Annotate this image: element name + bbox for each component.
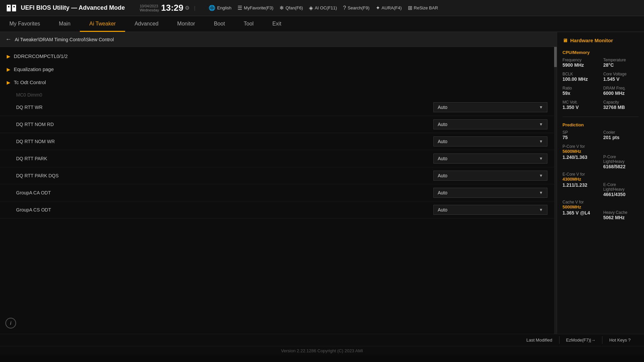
hotkeys-button[interactable]: Hot Keys ? [602,336,637,344]
header-tools: 🌐 English ☰ MyFavorite(F3) ❄ Qfan(F6) ◈ … [209,5,639,11]
asus-logo-icon [5,2,17,14]
header-top: UEFI BIOS Utility — Advanced Mode 10/04/… [0,0,644,16]
dram-freq-value: 6000 MHz [603,90,639,96]
dq-rtt-nom-rd-dropdown[interactable]: Auto ▼ [433,119,547,129]
dq-rtt-park-dropdown[interactable]: Auto ▼ [433,154,547,164]
info-icon: i [10,320,11,326]
tool-resizebar[interactable]: ⊞ ReSize BAR [408,5,438,11]
myfavorite-label: MyFavorite(F3) [244,5,273,10]
aura-label: AURA(F4) [382,5,402,10]
mc0-header-label: MC0 Dimm0 [16,92,42,98]
pcore-lh-group: P-Core Light/Heavy 6168/5822 [603,155,639,169]
setting-row-dq-rtt-wr: DQ RTT WR Auto ▼ [0,99,554,116]
groupa-ca-odt-dropdown[interactable]: Auto ▼ [433,188,547,198]
cooler-group: Cooler 201 pts [603,130,639,140]
groupa-cs-odt-dropdown[interactable]: Auto ▼ [433,205,547,215]
prediction-title: Prediction [562,122,639,127]
section-equalization-label: Equalization page [14,66,54,72]
scrollbar[interactable] [554,47,557,334]
section-equalization[interactable]: ▶ Equalization page [0,63,554,76]
settings-container: ▶ DDRCRCOMPCTL0/1/2 ▶ Equalization page … [0,47,557,334]
dq-rtt-park-dqs-value: Auto [438,173,447,178]
pcore-v-value: 1.240/1.363 [562,155,598,160]
date-day: 10/04/2023Wednesday [140,4,159,12]
dq-rtt-nom-wr-value: Auto [438,139,447,144]
svg-rect-1 [7,5,11,11]
pcore-v-freq: 5600MHz [562,149,639,154]
resizebar-label: ReSize BAR [414,5,438,10]
tool-search[interactable]: ? Search(F9) [343,5,370,11]
settings-gear-icon[interactable]: ⚙ [185,5,190,11]
groupa-ca-odt-label: GroupA CA ODT [16,190,433,195]
capacity-group: Capacity 32768 MB [603,100,639,110]
section-ddrcrcompctl-label: DDRCRCOMPCTL0/1/2 [14,53,68,59]
last-modified-button[interactable]: Last Modified [520,336,559,344]
aura-icon: ✦ [376,5,380,11]
pcore-lh-freq: 6168/5822 [603,164,639,169]
dq-rtt-nom-wr-dropdown[interactable]: Auto ▼ [433,136,547,146]
breadcrumb-path: Ai Tweaker\DRAM Timing Control\Skew Cont… [15,37,114,42]
dram-freq-group: DRAM Freq. 6000 MHz [603,86,639,96]
ratio-value: 59x [562,90,598,96]
cache-block: Cache V for 5000MHz 1.365 V @L4 Heavy Ca… [562,200,639,220]
capacity-label: Capacity [603,100,639,105]
ezmode-button[interactable]: EzMode(F7)|→ [559,336,603,344]
cache-v-freq: 5000MHz [562,204,639,209]
nav-advanced[interactable]: Advanced [125,16,168,32]
cache-v-value-group: 1.365 V @L4 [562,210,598,220]
settings-list: ▶ DDRCRCOMPCTL0/1/2 ▶ Equalization page … [0,47,554,334]
pcore-v-label: P-Core V for [562,144,639,149]
tool-aura[interactable]: ✦ AURA(F4) [376,5,402,11]
capacity-value: 32768 MB [603,105,639,110]
cpu-stats-grid: Frequency 5900 MHz Temperature 28°C BCLK… [562,58,639,111]
ecore-block: E-Core V for 4300MHz 1.211/1.232 E-Core … [562,172,639,197]
pcore-block: P-Core V for 5600MHz 1.240/1.363 P-Core … [562,144,639,169]
nav-boot[interactable]: Boot [205,16,234,32]
mc-volt-value: 1.350 V [562,105,598,110]
frequency-label: Frequency [562,58,598,62]
dq-rtt-wr-dropdown[interactable]: Auto ▼ [433,102,547,112]
ecore-v-label: E-Core V for [562,172,639,177]
ecore-lh-value: Light/Heavy [603,187,639,192]
setting-row-dq-rtt-park: DQ RTT PARK Auto ▼ [0,150,554,167]
groupa-ca-odt-arrow-icon: ▼ [539,190,543,195]
scrollbar-thumb[interactable] [554,47,557,67]
heavy-cache-group: Heavy Cache 5062 MHz [603,210,639,220]
setting-row-groupa-ca-odt: GroupA CA ODT Auto ▼ [0,184,554,201]
breadcrumb-back-button[interactable]: ← [5,36,11,43]
dq-rtt-nom-rd-arrow-icon: ▼ [539,122,543,127]
nav-monitor[interactable]: Monitor [168,16,204,32]
nav-bar: My Favorites Main Ai Tweaker Advanced Mo… [0,16,644,32]
dq-rtt-park-dqs-arrow-icon: ▼ [539,173,543,178]
tool-myfavorite[interactable]: ☰ MyFavorite(F3) [237,5,273,11]
dq-rtt-park-dqs-dropdown[interactable]: Auto ▼ [433,171,547,181]
nav-ai-tweaker[interactable]: Ai Tweaker [80,16,125,32]
nav-main[interactable]: Main [50,16,80,32]
ecore-v-freq: 4300MHz [562,177,639,182]
nav-tool[interactable]: Tool [234,16,263,32]
heavy-cache-value: 5062 MHz [603,215,639,220]
cache-v-value: 1.365 V @L4 [562,210,598,216]
section-ddrcrcompctl[interactable]: ▶ DDRCRCOMPCTL0/1/2 [0,50,554,63]
groupa-cs-odt-arrow-icon: ▼ [539,207,543,212]
mc-volt-group: MC Volt. 1.350 V [562,100,598,110]
tool-english[interactable]: 🌐 English [209,5,231,11]
cooler-label: Cooler [603,130,639,135]
info-button[interactable]: i [5,318,16,328]
nav-exit[interactable]: Exit [263,16,291,32]
nav-my-favorites[interactable]: My Favorites [0,16,50,32]
section-arrow-icon: ▶ [7,54,10,59]
svg-rect-3 [8,6,9,7]
section-tc-odt[interactable]: ▶ Tc Odt Control [0,76,554,89]
dq-rtt-wr-arrow-icon: ▼ [539,105,543,110]
aioc-label: AI OC(F11) [315,5,337,10]
tool-qfan[interactable]: ❄ Qfan(F6) [279,5,303,11]
logo-area: UEFI BIOS Utility — Advanced Mode [5,2,125,14]
setting-row-dq-rtt-nom-rd: DQ RTT NOM RD Auto ▼ [0,116,554,133]
tool-aioc[interactable]: ◈ AI OC(F11) [309,5,337,11]
cache-stats: 1.365 V @L4 Heavy Cache 5062 MHz [562,210,639,220]
bclk-value: 100.00 MHz [562,76,598,82]
setting-row-dq-rtt-nom-wr: DQ RTT NOM WR Auto ▼ [0,133,554,150]
cooler-value: 201 pts [603,135,639,140]
dq-rtt-park-arrow-icon: ▼ [539,156,543,161]
